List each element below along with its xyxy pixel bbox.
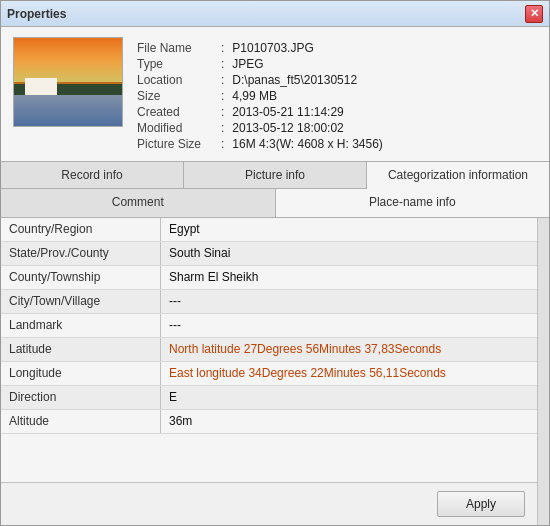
sep2: : bbox=[221, 57, 224, 71]
window-content: File Name : P1010703.JPG Type : JPEG Loc… bbox=[1, 27, 549, 525]
row-value: --- bbox=[161, 314, 537, 337]
file-metadata: File Name : P1010703.JPG Type : JPEG Loc… bbox=[137, 37, 383, 151]
modified-row: Modified : 2013-05-12 18:00:02 bbox=[137, 121, 383, 135]
location-row: Location : D:\panas_ft5\20130512 bbox=[137, 73, 383, 87]
created-label: Created bbox=[137, 105, 217, 119]
row-value: Sharm El Sheikh bbox=[161, 266, 537, 289]
row-value: E bbox=[161, 386, 537, 409]
table-row: County/TownshipSharm El Sheikh bbox=[1, 266, 537, 290]
tabs-row2: Comment Place-name info bbox=[1, 189, 549, 218]
file-name-label: File Name bbox=[137, 41, 217, 55]
row-key: Longitude bbox=[1, 362, 161, 385]
file-info-section: File Name : P1010703.JPG Type : JPEG Loc… bbox=[1, 27, 549, 161]
file-thumbnail bbox=[13, 37, 123, 127]
tab-place-name-info[interactable]: Place-name info bbox=[276, 189, 550, 217]
table-row: LongitudeEast longitude 34Degrees 22Minu… bbox=[1, 362, 537, 386]
tab-picture-info[interactable]: Picture info bbox=[184, 162, 367, 188]
sep1: : bbox=[221, 41, 224, 55]
modified-label: Modified bbox=[137, 121, 217, 135]
row-key: City/Town/Village bbox=[1, 290, 161, 313]
properties-window: Properties ✕ File Name : P1010703.JPG bbox=[0, 0, 550, 526]
row-key: Direction bbox=[1, 386, 161, 409]
row-value: East longitude 34Degrees 22Minutes 56,11… bbox=[161, 362, 537, 385]
row-key: County/Township bbox=[1, 266, 161, 289]
row-key: Landmark bbox=[1, 314, 161, 337]
row-value: 36m bbox=[161, 410, 537, 433]
picture-size-value: 16M 4:3(W: 4608 x H: 3456) bbox=[232, 137, 383, 151]
title-bar: Properties ✕ bbox=[1, 1, 549, 27]
tab-comment[interactable]: Comment bbox=[1, 189, 276, 217]
sep3: : bbox=[221, 73, 224, 87]
type-row: Type : JPEG bbox=[137, 57, 383, 71]
row-value: Egypt bbox=[161, 218, 537, 241]
file-name-value: P1010703.JPG bbox=[232, 41, 313, 55]
file-name-row: File Name : P1010703.JPG bbox=[137, 41, 383, 55]
row-value: North latitude 27Degrees 56Minutes 37,83… bbox=[161, 338, 537, 361]
scrollbar[interactable] bbox=[537, 218, 549, 525]
modified-value: 2013-05-12 18:00:02 bbox=[232, 121, 343, 135]
picture-size-label: Picture Size bbox=[137, 137, 217, 151]
row-value: South Sinai bbox=[161, 242, 537, 265]
table-row: Altitude36m bbox=[1, 410, 537, 434]
main-content: Country/RegionEgyptState/Prov./CountySou… bbox=[1, 218, 537, 525]
place-name-table: Country/RegionEgyptState/Prov./CountySou… bbox=[1, 218, 537, 482]
bottom-bar: Apply bbox=[1, 482, 537, 525]
location-value: D:\panas_ft5\20130512 bbox=[232, 73, 357, 87]
row-key: State/Prov./County bbox=[1, 242, 161, 265]
size-value: 4,99 MB bbox=[232, 89, 277, 103]
created-value: 2013-05-21 11:14:29 bbox=[232, 105, 343, 119]
sep4: : bbox=[221, 89, 224, 103]
type-value: JPEG bbox=[232, 57, 263, 71]
table-row: Country/RegionEgypt bbox=[1, 218, 537, 242]
size-row: Size : 4,99 MB bbox=[137, 89, 383, 103]
table-row: LatitudeNorth latitude 27Degrees 56Minut… bbox=[1, 338, 537, 362]
row-key: Altitude bbox=[1, 410, 161, 433]
picture-size-row: Picture Size : 16M 4:3(W: 4608 x H: 3456… bbox=[137, 137, 383, 151]
sep5: : bbox=[221, 105, 224, 119]
apply-button[interactable]: Apply bbox=[437, 491, 525, 517]
window-title: Properties bbox=[7, 7, 66, 21]
type-label: Type bbox=[137, 57, 217, 71]
created-row: Created : 2013-05-21 11:14:29 bbox=[137, 105, 383, 119]
table-row: DirectionE bbox=[1, 386, 537, 410]
close-button[interactable]: ✕ bbox=[525, 5, 543, 23]
tab-categorization-info[interactable]: Categorization information bbox=[367, 162, 549, 189]
row-key: Country/Region bbox=[1, 218, 161, 241]
row-value: --- bbox=[161, 290, 537, 313]
row-key: Latitude bbox=[1, 338, 161, 361]
size-label: Size bbox=[137, 89, 217, 103]
tabs-row1: Record info Picture info Categorization … bbox=[1, 161, 549, 189]
table-row: State/Prov./CountySouth Sinai bbox=[1, 242, 537, 266]
table-row: Landmark--- bbox=[1, 314, 537, 338]
sep7: : bbox=[221, 137, 224, 151]
location-label: Location bbox=[137, 73, 217, 87]
table-row: City/Town/Village--- bbox=[1, 290, 537, 314]
main-body: Country/RegionEgyptState/Prov./CountySou… bbox=[1, 218, 549, 525]
tab-record-info[interactable]: Record info bbox=[1, 162, 184, 188]
sep6: : bbox=[221, 121, 224, 135]
